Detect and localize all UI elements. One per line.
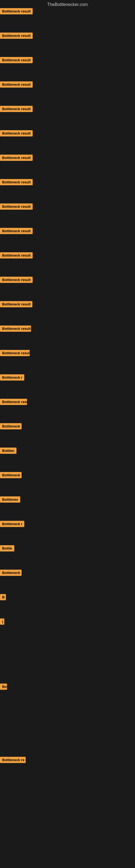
- list-item: Bottleneck re: [0, 757, 26, 764]
- list-item: Bottleneck result: [0, 277, 33, 284]
- list-item: Bottleneck r: [0, 374, 24, 382]
- list-item: Bottleneck result: [0, 350, 30, 357]
- bottleneck-result-tag[interactable]: Bottlenec: [0, 496, 20, 503]
- list-item: Bottlenec: [0, 496, 20, 504]
- bottleneck-result-tag[interactable]: B: [0, 594, 6, 600]
- list-item: Bottleneck result: [0, 82, 33, 89]
- list-item: Bottlen: [0, 447, 16, 455]
- list-item: |: [0, 618, 4, 626]
- list-item: Bottleneck result: [0, 326, 31, 333]
- list-item: Bottleneck result: [0, 228, 33, 235]
- bottleneck-result-tag[interactable]: Bottleneck result: [0, 179, 33, 185]
- list-item: Bottle: [0, 545, 14, 553]
- site-title: TheBottlenecker.com: [0, 0, 135, 9]
- bottleneck-result-tag[interactable]: Bottleneck result: [0, 57, 33, 63]
- list-item: Bottleneck result: [0, 301, 32, 308]
- bottleneck-result-tag[interactable]: Bottleneck result: [0, 350, 30, 356]
- bottleneck-result-tag[interactable]: Bottleneck: [0, 472, 21, 478]
- bottleneck-result-tag[interactable]: Bottleneck result: [0, 33, 33, 39]
- bottleneck-result-tag[interactable]: Bottleneck result: [0, 155, 33, 161]
- bottleneck-result-tag[interactable]: Bottleneck: [0, 423, 21, 429]
- list-item: Bottleneck result: [0, 57, 33, 64]
- bottleneck-result-tag[interactable]: Bottleneck result: [0, 228, 33, 234]
- list-item: Bottleneck r: [0, 521, 24, 528]
- list-item: Bottleneck result: [0, 155, 33, 162]
- list-item: Bottleneck result: [0, 130, 33, 137]
- list-item: Bottleneck result: [0, 252, 33, 259]
- bottleneck-result-tag[interactable]: Bottleneck r: [0, 374, 24, 380]
- list-item: Bottleneck resu: [0, 399, 27, 406]
- bottleneck-result-tag[interactable]: Bottleneck result: [0, 326, 31, 332]
- list-item: Bottleneck result: [0, 204, 33, 211]
- bottleneck-result-tag[interactable]: Bottleneck result: [0, 204, 33, 210]
- bottleneck-result-tag[interactable]: Bottleneck re: [0, 757, 26, 763]
- bottleneck-result-tag[interactable]: |: [0, 618, 4, 625]
- bottleneck-result-tag[interactable]: Bottleneck result: [0, 301, 32, 307]
- list-item: Bottleneck: [0, 423, 21, 431]
- list-item: B: [0, 594, 6, 601]
- list-item: Bottleneck: [0, 472, 21, 479]
- bottleneck-result-tag[interactable]: Bottleneck result: [0, 82, 33, 88]
- bottleneck-result-tag[interactable]: Bottleneck result: [0, 130, 33, 136]
- bottleneck-result-tag[interactable]: Bottleneck result: [0, 252, 33, 258]
- bottleneck-result-tag[interactable]: Bottleneck result: [0, 106, 33, 112]
- list-item: Bottleneck result: [0, 179, 33, 186]
- list-item: Bottleneck result: [0, 8, 33, 16]
- bottleneck-result-tag[interactable]: Bottleneck result: [0, 277, 33, 283]
- list-item: Bo: [0, 684, 7, 691]
- list-item: Bottleneck result: [0, 33, 33, 40]
- bottleneck-result-tag[interactable]: Bottleneck result: [0, 8, 33, 14]
- bottleneck-result-tag[interactable]: Bottlen: [0, 447, 16, 454]
- list-item: Bottleneck: [0, 569, 21, 577]
- bottleneck-result-tag[interactable]: Bottleneck r: [0, 521, 24, 527]
- bottleneck-result-tag[interactable]: Bottleneck: [0, 569, 21, 576]
- bottleneck-result-tag[interactable]: Bottle: [0, 545, 14, 552]
- bottleneck-result-tag[interactable]: Bo: [0, 684, 7, 690]
- bottleneck-result-tag[interactable]: Bottleneck resu: [0, 399, 27, 405]
- list-item: Bottleneck result: [0, 106, 33, 113]
